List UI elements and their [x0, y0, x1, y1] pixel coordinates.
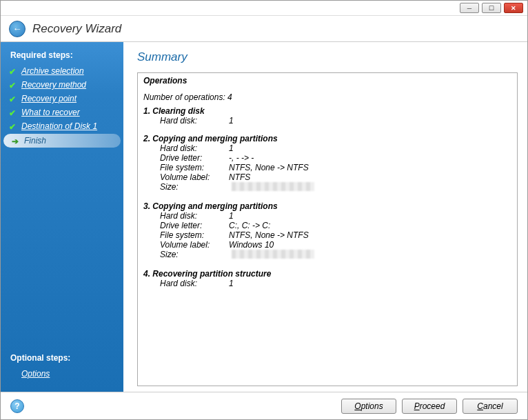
detail-key: File system:: [160, 163, 229, 172]
operations-box: Operations Number of operations: 4 1. Cl…: [137, 72, 518, 386]
close-button[interactable]: ✕: [504, 3, 523, 13]
optional-steps-header: Optional steps:: [1, 350, 123, 367]
detail-key: Volume label:: [160, 172, 229, 182]
operation-3: 3. Copying and merging partitionsHard di…: [143, 201, 511, 261]
detail-value: [229, 250, 314, 261]
operation-detail-row: Drive letter:C:, C: -> C:: [160, 221, 511, 230]
operation-detail-row: Hard disk:1: [160, 279, 511, 288]
redacted-value: [232, 250, 314, 259]
operation-detail-row: Size:: [160, 250, 511, 261]
options-button[interactable]: Options: [341, 399, 396, 414]
operation-detail-row: Volume label:NTFS: [160, 172, 511, 182]
check-icon: ✔: [9, 122, 17, 130]
check-icon: ✔: [9, 81, 17, 89]
detail-key: Size:: [160, 182, 229, 193]
step-label: Destination of Disk 1: [21, 121, 97, 131]
titlebar: ─ ☐ ✕: [1, 1, 527, 16]
operation-4: 4. Recovering partition structureHard di…: [143, 269, 511, 288]
operation-details: Hard disk:1: [143, 116, 511, 126]
operation-detail-row: Size:: [160, 182, 511, 193]
detail-value: NTFS, None -> NTFS: [229, 230, 309, 240]
step-label: Recovery method: [21, 80, 86, 90]
sidebar-step-2[interactable]: ✔Recovery point: [1, 92, 123, 106]
sidebar-step-4[interactable]: ✔Destination of Disk 1: [1, 119, 123, 133]
sidebar-step-0[interactable]: ✔Archive selection: [1, 64, 123, 78]
required-steps-header: Required steps:: [1, 48, 123, 64]
detail-value: 1: [229, 143, 234, 153]
detail-value: Windows 10: [229, 240, 274, 250]
step-label: Archive selection: [21, 66, 84, 76]
maximize-button[interactable]: ☐: [482, 3, 501, 13]
detail-value: 1: [229, 211, 234, 221]
detail-value: NTFS: [229, 172, 250, 182]
operation-details: Hard disk:1Drive letter:C:, C: -> C:File…: [143, 211, 511, 261]
detail-key: File system:: [160, 230, 229, 240]
proceed-button-rest: roceed: [420, 401, 445, 411]
sidebar-optional-0[interactable]: Options: [1, 367, 123, 381]
operation-details: Hard disk:1Drive letter:-, - -> -File sy…: [143, 143, 511, 193]
operation-details: Hard disk:1: [143, 279, 511, 288]
operation-title: 1. Clearing disk: [143, 106, 511, 116]
detail-key: Hard disk:: [160, 279, 229, 288]
detail-value: C:, C: -> C:: [229, 221, 270, 230]
main-panel: Summary Operations Number of operations:…: [123, 42, 527, 392]
check-icon: ✔: [9, 67, 17, 75]
operation-detail-row: Hard disk:1: [160, 211, 511, 221]
detail-key: Hard disk:: [160, 211, 229, 221]
help-icon[interactable]: ?: [10, 399, 24, 413]
arrow-icon: ➔: [12, 137, 20, 145]
check-icon: ✔: [9, 108, 17, 117]
operation-detail-row: Hard disk:1: [160, 143, 511, 153]
operation-1: 1. Clearing diskHard disk:1: [143, 106, 511, 126]
detail-key: Drive letter:: [160, 221, 229, 230]
operation-title: 3. Copying and merging partitions: [143, 201, 511, 211]
back-button[interactable]: ←: [9, 21, 26, 37]
operation-detail-row: File system:NTFS, None -> NTFS: [160, 163, 511, 172]
sidebar-step-5: ➔Finish: [3, 134, 121, 148]
sidebar-step-3[interactable]: ✔What to recover: [1, 106, 123, 119]
sidebar: Required steps: ✔Archive selection✔Recov…: [1, 42, 123, 392]
sidebar-step-1[interactable]: ✔Recovery method: [1, 78, 123, 92]
detail-key: Size:: [160, 250, 229, 261]
footer: ? Options Proceed Cancel: [1, 392, 527, 419]
detail-key: Volume label:: [160, 240, 229, 250]
step-label: What to recover: [21, 108, 80, 117]
detail-key: Hard disk:: [160, 143, 229, 153]
detail-value: [229, 182, 314, 193]
operation-detail-row: Hard disk:1: [160, 116, 511, 126]
detail-key: Drive letter:: [160, 153, 229, 163]
detail-value: -, - -> -: [229, 153, 254, 163]
detail-value: 1: [229, 116, 234, 126]
minimize-button[interactable]: ─: [460, 3, 479, 13]
operations-count: Number of operations: 4: [143, 92, 511, 102]
detail-value: 1: [229, 279, 234, 288]
back-arrow-icon: ←: [13, 23, 22, 34]
optional-step-label: Options: [21, 369, 50, 379]
step-label: Recovery point: [21, 94, 77, 103]
operation-title: 4. Recovering partition structure: [143, 269, 511, 279]
detail-value: NTFS, None -> NTFS: [229, 163, 309, 172]
proceed-button[interactable]: Proceed: [402, 399, 457, 414]
check-icon: ✔: [9, 94, 17, 103]
operation-detail-row: Volume label:Windows 10: [160, 240, 511, 250]
header: ← Recovery Wizard: [1, 16, 527, 42]
wizard-title: Recovery Wizard: [32, 22, 121, 36]
options-button-rest: ptions: [361, 401, 383, 411]
step-label: Finish: [24, 136, 46, 146]
redacted-value: [232, 182, 314, 191]
summary-title: Summary: [137, 50, 518, 64]
operations-header: Operations: [143, 76, 511, 86]
operation-detail-row: Drive letter:-, - -> -: [160, 153, 511, 163]
cancel-button[interactable]: Cancel: [463, 399, 518, 414]
detail-key: Hard disk:: [160, 116, 229, 126]
operation-title: 2. Copying and merging partitions: [143, 134, 511, 143]
cancel-button-rest: ancel: [483, 401, 503, 411]
operation-2: 2. Copying and merging partitionsHard di…: [143, 134, 511, 193]
operation-detail-row: File system:NTFS, None -> NTFS: [160, 230, 511, 240]
